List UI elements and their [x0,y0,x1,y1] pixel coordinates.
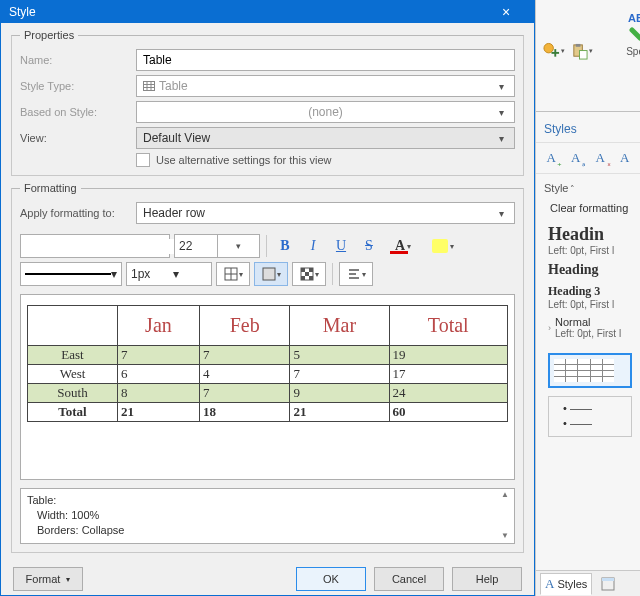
paste-special-button[interactable]: ▾ [570,40,594,62]
name-input[interactable] [136,49,515,71]
col-jan: Jan [118,306,200,346]
titlebar[interactable]: Style × [1,1,534,23]
borders-button[interactable]: ▾ [216,262,250,286]
font-name-input[interactable] [21,239,198,254]
chevron-down-icon[interactable]: ▾ [407,242,411,251]
format-button[interactable]: Format ▾ [13,567,83,591]
close-button[interactable]: × [486,2,526,22]
chevron-down-icon: ▾ [561,47,565,55]
bold-button[interactable]: B [273,234,297,258]
chevron-up-icon: ˄ [570,184,575,194]
svg-text:ABC: ABC [628,12,640,24]
view-combo[interactable]: Default View ▾ [136,127,515,149]
tab-other[interactable] [596,574,620,594]
col-mar: Mar [290,306,389,346]
cancel-button[interactable]: Cancel [374,567,444,591]
styles-content: Style˄ Clear formatting Headin Left: 0pt… [536,174,640,455]
col-total: Total [389,306,508,346]
chevron-down-icon: ▾ [494,81,508,92]
style-dialog: Style × Properties Name: Style Type: Tab… [0,0,535,596]
shading-button[interactable]: ▾ [254,262,288,286]
style-section-header[interactable]: Style˄ [544,182,636,194]
font-color-button[interactable]: A ▾ [385,234,421,258]
apply-combo[interactable]: Header row ▾ [136,202,515,224]
font-toolbar: ▾ 22 ▾ B I U S A ▾ ▾ [20,234,515,258]
styles-pane-title: Styles [536,112,640,143]
chevron-down-icon[interactable]: ▾ [239,270,243,279]
style-filter-a1[interactable]: A₊ [542,149,561,167]
basedon-combo: (none) ▾ [136,101,515,123]
mini-table-icon [554,359,614,382]
svg-rect-12 [305,272,309,276]
spelling-group[interactable]: ABC Spelling To [626,8,640,109]
table-preview: Jan Feb Mar Total East 7 7 5 19 [20,294,515,480]
chevron-down-icon[interactable]: ▾ [111,267,117,281]
align-icon [347,267,361,281]
ribbon-top: ▾ ▾ ABC Spelling To [536,0,640,112]
strike-button[interactable]: S [357,234,381,258]
scroll-down-icon[interactable]: ▼ [497,531,513,542]
styletype-combo: Table ▾ [136,75,515,97]
highlight-icon [432,239,448,253]
properties-group: Properties Name: Style Type: Table ▾ [11,29,524,176]
border-toolbar: ▾ 1px ▾ ▾ ▾ ▾ [20,262,515,286]
style-item-heading2[interactable]: Heading [548,262,636,278]
clipboard-icon [571,43,588,60]
svg-rect-14 [309,276,313,280]
line-style-combo[interactable]: ▾ [20,262,122,286]
svg-rect-23 [580,50,588,59]
alt-settings-checkbox[interactable] [136,153,150,167]
name-label: Name: [20,54,130,66]
clear-formatting-item[interactable]: Clear formatting [550,202,636,214]
svg-rect-20 [554,49,556,57]
style-item-heading3[interactable]: Heading 3 Left: 0pt, First l [548,284,636,310]
sample-list-style[interactable]: • ——• —— [548,396,632,437]
help-button[interactable]: Help [452,567,522,591]
chevron-down-icon: ▾ [66,575,70,584]
table-icon: Table [143,79,188,93]
pattern-icon [300,267,314,281]
chevron-down-icon[interactable]: ▾ [277,270,281,279]
chevron-down-icon: ▾ [494,107,508,118]
svg-rect-26 [602,578,614,581]
table-row: West 6 4 7 17 [28,365,508,384]
line-width-combo[interactable]: 1px ▾ [126,262,212,286]
properties-legend: Properties [20,29,78,41]
align-button[interactable]: ▾ [339,262,373,286]
chevron-down-icon[interactable]: ▾ [362,270,366,279]
view-label: View: [20,132,130,144]
svg-rect-8 [263,268,275,280]
style-item-heading1[interactable]: Headin Left: 0pt, First l [548,224,636,256]
font-size-combo[interactable]: 22 ▾ [174,234,260,258]
chevron-down-icon: ▾ [494,133,508,144]
apply-label: Apply formatting to: [20,207,130,219]
ok-button[interactable]: OK [296,567,366,591]
sample-table-style[interactable] [548,353,632,388]
chevron-down-icon[interactable]: ▾ [315,270,319,279]
style-filter-a4[interactable]: A [616,149,635,167]
dialog-body: Properties Name: Style Type: Table ▾ [1,23,534,595]
formatting-group: Formatting Apply formatting to: Header r… [11,182,524,553]
highlight-button[interactable]: ▾ [425,234,461,258]
chevron-down-icon[interactable]: ▾ [169,267,211,281]
insert-button[interactable]: ▾ [542,40,566,62]
scroll-up-icon[interactable]: ▲ [497,490,513,501]
chevron-down-icon[interactable]: ▾ [450,242,454,251]
italic-button[interactable]: I [301,234,325,258]
style-item-normal[interactable]: › Normal Left: 0pt, First l [548,316,636,339]
borders-icon [224,267,238,281]
style-samples: • ——• —— [544,347,636,451]
col-feb: Feb [199,306,290,346]
font-name-combo[interactable]: ▾ [20,234,170,258]
chevron-down-icon[interactable]: ▾ [217,235,260,257]
shading-icon [262,267,276,281]
ribbon-panel: ▾ ▾ ABC Spelling To Styles A₊ Aₐ Aₓ A St… [535,0,640,596]
chevron-down-icon: ▾ [494,208,508,219]
spelling-icon: ABC [626,8,640,44]
style-filter-a2[interactable]: Aₐ [567,149,586,167]
formatting-legend: Formatting [20,182,81,194]
pattern-button[interactable]: ▾ [292,262,326,286]
underline-button[interactable]: U [329,234,353,258]
tab-styles[interactable]: A Styles [540,573,592,595]
style-filter-a3[interactable]: Aₓ [591,149,610,167]
